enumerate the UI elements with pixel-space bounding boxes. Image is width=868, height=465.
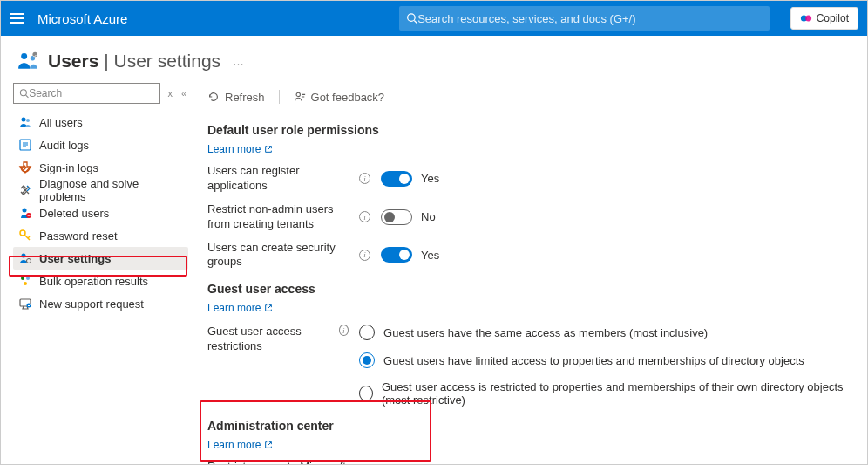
sidebar-item-bulk-results[interactable]: Bulk operation results bbox=[13, 270, 188, 292]
svg-point-10 bbox=[26, 119, 30, 122]
svg-line-1 bbox=[414, 21, 417, 24]
guest-access-radio-1[interactable] bbox=[359, 352, 375, 368]
refresh-button[interactable]: Refresh bbox=[207, 91, 265, 104]
external-link-icon bbox=[264, 145, 273, 154]
sidebar-item-password-reset[interactable]: Password reset bbox=[13, 224, 188, 247]
svg-line-8 bbox=[26, 95, 29, 98]
external-link-icon bbox=[264, 304, 273, 312]
radio-label: Guest user access is restricted to prope… bbox=[382, 380, 853, 407]
sidebar-item-all-users[interactable]: All users bbox=[13, 111, 188, 133]
user-settings-icon bbox=[18, 251, 32, 265]
svg-point-25 bbox=[27, 259, 31, 263]
svg-point-31 bbox=[296, 92, 300, 96]
sidebar-item-signin-logs[interactable]: Sign-in logs bbox=[13, 156, 188, 179]
info-icon[interactable]: i bbox=[359, 250, 370, 261]
svg-point-4 bbox=[21, 53, 27, 59]
sidebar-close-button[interactable]: x bbox=[166, 88, 174, 99]
svg-point-9 bbox=[22, 118, 26, 122]
copilot-button[interactable]: Copilot bbox=[790, 7, 858, 30]
users-icon bbox=[17, 50, 39, 72]
signin-icon bbox=[18, 161, 32, 174]
section-guest-access-title: Guest user access bbox=[207, 282, 853, 296]
feedback-button[interactable]: Got feedback? bbox=[294, 91, 385, 104]
search-icon bbox=[406, 12, 418, 24]
info-icon[interactable]: i bbox=[339, 325, 349, 336]
info-icon[interactable]: i bbox=[359, 211, 370, 222]
sidebar-item-support[interactable]: New support request bbox=[13, 292, 188, 315]
svg-point-27 bbox=[26, 277, 30, 280]
permission-toggle-1[interactable] bbox=[381, 209, 412, 225]
users-icon bbox=[18, 115, 32, 129]
section-default-permissions-title: Default user role permissions bbox=[207, 123, 853, 137]
global-search-input[interactable] bbox=[417, 12, 762, 25]
bulk-icon bbox=[18, 274, 32, 288]
global-search[interactable] bbox=[399, 6, 770, 31]
setting-label: Users can create security groups bbox=[207, 241, 356, 270]
support-icon bbox=[18, 297, 32, 311]
page-title: Users | User settings bbox=[48, 51, 220, 72]
setting-label: Users can register applications bbox=[207, 164, 356, 194]
audit-logs-icon bbox=[18, 138, 32, 152]
learn-more-link[interactable]: Learn more bbox=[207, 439, 273, 451]
sidebar-search-input[interactable] bbox=[29, 87, 154, 99]
permission-toggle-0[interactable] bbox=[381, 171, 412, 187]
guest-access-radio-0[interactable] bbox=[359, 325, 375, 340]
svg-point-0 bbox=[407, 14, 414, 21]
sidebar-search[interactable] bbox=[13, 83, 160, 104]
learn-more-link[interactable]: Learn more bbox=[207, 143, 273, 155]
radio-label: Guest users have limited access to prope… bbox=[383, 354, 804, 367]
sidebar-item-deleted-users[interactable]: Deleted users bbox=[13, 202, 188, 224]
deleted-users-icon bbox=[18, 206, 32, 220]
svg-point-7 bbox=[20, 90, 26, 96]
permission-toggle-2[interactable] bbox=[381, 247, 412, 263]
toggle-value: Yes bbox=[421, 249, 439, 262]
external-link-icon bbox=[264, 441, 273, 449]
learn-more-link[interactable]: Learn more bbox=[207, 302, 273, 314]
setting-label: Restrict non-admin users from creating t… bbox=[207, 202, 356, 232]
diagnose-icon bbox=[18, 183, 32, 197]
brand-label: Microsoft Azure bbox=[37, 11, 127, 26]
radio-label: Guest users have the same access as memb… bbox=[383, 326, 708, 339]
key-icon bbox=[18, 229, 32, 243]
copilot-icon bbox=[800, 12, 812, 24]
sidebar-item-audit-logs[interactable]: Audit logs bbox=[13, 133, 188, 156]
svg-point-30 bbox=[27, 304, 31, 308]
svg-point-28 bbox=[24, 282, 27, 285]
toggle-value: Yes bbox=[421, 172, 439, 185]
guest-access-radio-2[interactable] bbox=[359, 386, 373, 401]
hamburger-menu[interactable] bbox=[10, 10, 27, 27]
setting-label: Restrict access to Microsoft Entra admin… bbox=[207, 460, 356, 465]
svg-line-23 bbox=[28, 236, 30, 238]
more-actions-button[interactable]: … bbox=[229, 55, 248, 68]
search-icon bbox=[19, 88, 29, 99]
svg-point-18 bbox=[23, 209, 27, 213]
svg-point-3 bbox=[805, 16, 811, 22]
svg-point-24 bbox=[22, 254, 26, 258]
info-icon[interactable]: i bbox=[359, 173, 370, 184]
feedback-icon bbox=[294, 91, 306, 103]
section-admin-center-title: Administration center bbox=[207, 419, 853, 433]
refresh-icon bbox=[207, 91, 220, 103]
sidebar-item-user-settings[interactable]: User settings bbox=[13, 247, 188, 270]
toggle-value: No bbox=[421, 210, 436, 223]
sidebar-collapse-button[interactable]: « bbox=[180, 88, 188, 99]
setting-label: Guest user access restrictions bbox=[207, 325, 336, 354]
svg-point-26 bbox=[21, 277, 24, 280]
sidebar-item-diagnose[interactable]: Diagnose and solve problems bbox=[13, 179, 188, 202]
